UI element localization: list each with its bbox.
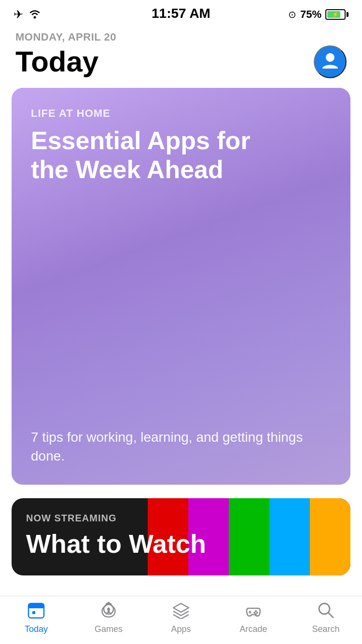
nav-arcade[interactable]: Arcade: [217, 596, 290, 639]
second-card-title: What to Watch: [26, 529, 336, 559]
second-card-content: NOW STREAMING What to Watch: [12, 498, 350, 573]
nav-games[interactable]: Games: [72, 596, 145, 639]
apps-nav-label: Apps: [171, 624, 191, 634]
nav-today[interactable]: Today: [0, 596, 72, 639]
svg-point-66: [255, 610, 257, 612]
bottom-nav: Today Games A: [0, 596, 362, 644]
status-right-icons: ⊙ 75% ⚡: [288, 8, 348, 21]
search-nav-label: Search: [312, 624, 339, 634]
svg-marker-63: [173, 603, 189, 612]
search-nav-icon: [317, 602, 334, 621]
svg-line-71: [328, 613, 333, 617]
battery-icon: ⚡: [325, 9, 348, 20]
svg-point-68: [253, 612, 255, 614]
card-category: LIFE AT HOME: [31, 107, 331, 120]
nav-apps[interactable]: Apps: [145, 596, 217, 639]
featured-card[interactable]: LIFE AT HOME Essential Apps for the Week…: [12, 88, 350, 485]
main-content: MONDAY, APRIL 20 Today LIFE AT HOME Esse…: [0, 26, 362, 615]
svg-point-1: [326, 53, 334, 62]
svg-point-69: [255, 613, 257, 615]
battery-percent: 75%: [300, 8, 321, 21]
svg-point-67: [256, 612, 258, 614]
nav-search[interactable]: Search: [290, 596, 362, 639]
page-title-row: Today: [15, 45, 347, 78]
arcade-nav-icon: [245, 602, 262, 621]
today-nav-label: Today: [25, 624, 48, 634]
games-nav-icon: [100, 602, 117, 621]
card-title: Essential Apps for the Week Ahead: [31, 126, 253, 184]
games-nav-label: Games: [95, 624, 123, 634]
header: MONDAY, APRIL 20 Today: [0, 26, 362, 88]
status-left-icons: ✈: [14, 8, 42, 21]
today-nav-icon: [28, 602, 45, 621]
card-header-text: LIFE AT HOME Essential Apps for the Week…: [12, 88, 350, 184]
account-button[interactable]: [314, 45, 347, 78]
person-icon: [320, 50, 340, 74]
airplane-icon: ✈: [14, 8, 23, 21]
status-time: 11:57 AM: [152, 6, 210, 21]
second-card-category: NOW STREAMING: [26, 513, 336, 524]
arcade-nav-label: Arcade: [239, 624, 267, 634]
second-card[interactable]: NOW STREAMING What to Watch: [12, 498, 350, 575]
svg-point-0: [34, 16, 36, 19]
page-title: Today: [15, 46, 98, 78]
apps-nav-icon: [172, 602, 190, 621]
card-footer-text: 7 tips for working, learning, and gettin…: [12, 418, 350, 485]
card-description: 7 tips for working, learning, and gettin…: [31, 428, 331, 465]
date-label: MONDAY, APRIL 20: [15, 31, 347, 43]
status-bar: ✈ 11:57 AM ⊙ 75% ⚡: [0, 0, 362, 26]
svg-point-62: [107, 608, 110, 611]
svg-rect-59: [32, 611, 35, 614]
svg-rect-58: [28, 606, 44, 608]
wifi-icon: [28, 8, 42, 21]
location-icon: ⊙: [288, 9, 296, 20]
